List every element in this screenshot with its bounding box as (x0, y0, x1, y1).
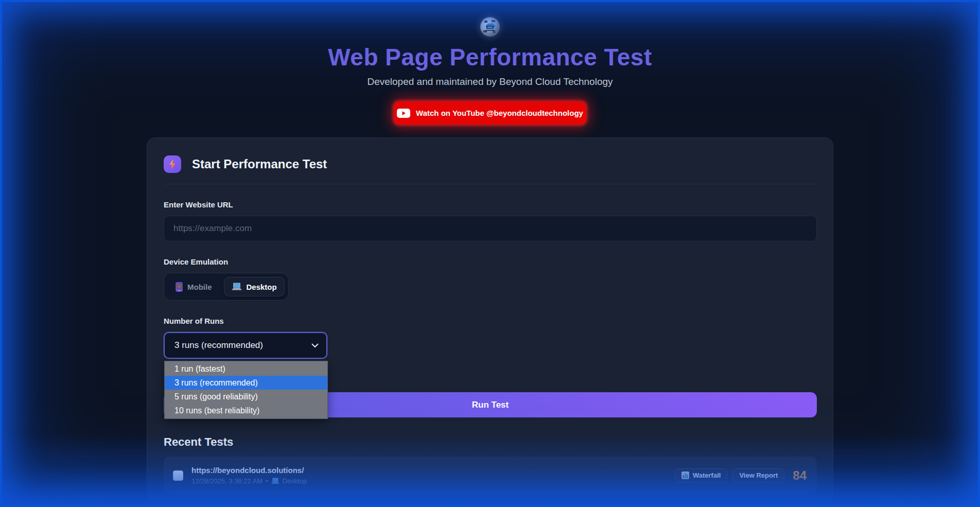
laptop-icon (232, 283, 242, 291)
performance-test-card: Start Performance Test Enter Website URL… (147, 137, 833, 501)
youtube-play-icon (397, 109, 410, 118)
view-report-button-label: View Report (739, 471, 778, 479)
runs-select-wrap: 3 runs (recommended) 1 run (fastest) 3 r… (164, 332, 327, 359)
view-report-button[interactable]: View Report (732, 468, 784, 483)
waterfall-button-label: Waterfall (693, 471, 721, 479)
runs-option-5[interactable]: 5 runs (good reliability) (165, 390, 327, 404)
runs-select-value: 3 runs (recommended) (174, 340, 263, 351)
chevron-down-icon (311, 343, 319, 348)
device-option-mobile[interactable]: Mobile (168, 277, 220, 296)
website-url-input[interactable] (164, 216, 817, 241)
globe-logo-icon (480, 17, 500, 37)
device-option-desktop[interactable]: Desktop (224, 277, 285, 296)
laptop-icon (271, 478, 279, 484)
runs-dropdown: 1 run (fastest) 3 runs (recommended) 5 r… (164, 361, 328, 419)
bar-chart-icon (681, 471, 689, 479)
card-header: Start Performance Test (164, 155, 816, 173)
mobile-phone-icon (176, 282, 183, 292)
page-subtitle: Developed and maintained by Beyond Cloud… (0, 76, 980, 88)
test-row-device: Desktop (283, 477, 307, 485)
test-row-separator: • (266, 477, 268, 485)
page: Web Page Performance Test Developed and … (0, 0, 980, 507)
test-row-timestamp: 12/28/2025, 3:38:22 AM (191, 477, 262, 485)
device-option-mobile-label: Mobile (187, 283, 212, 291)
test-row-text: https://beyondcloud.solutions/ 12/28/202… (191, 466, 670, 485)
youtube-button[interactable]: Watch on YouTube @beyondcloudtechnology (394, 101, 586, 125)
test-row-checkbox[interactable] (173, 470, 183, 481)
device-toggle-group: Mobile Desktop (164, 273, 289, 301)
number-of-runs-label: Number of Runs (164, 317, 816, 325)
device-emulation-label: Device Emulation (164, 257, 816, 266)
page-title: Web Page Performance Test (0, 43, 980, 71)
waterfall-button[interactable]: Waterfall (675, 468, 727, 483)
runs-option-10[interactable]: 10 runs (best reliability) (165, 404, 327, 417)
device-option-desktop-label: Desktop (247, 283, 277, 291)
header-divider (164, 184, 816, 184)
runs-option-3[interactable]: 3 runs (recommended) (165, 376, 327, 390)
youtube-button-label: Watch on YouTube @beyondcloudtechnology (416, 109, 583, 117)
url-label: Enter Website URL (164, 200, 816, 209)
performance-score: 84 (793, 468, 807, 483)
lightning-icon (164, 155, 181, 173)
recent-tests-heading: Recent Tests (164, 435, 816, 449)
card-heading: Start Performance Test (192, 157, 327, 171)
runs-option-1[interactable]: 1 run (fastest) (165, 362, 327, 376)
test-row-meta: 12/28/2025, 3:38:22 AM • Desktop (191, 477, 670, 485)
test-row-url: https://beyondcloud.solutions/ (191, 466, 670, 475)
recent-test-row: https://beyondcloud.solutions/ 12/28/202… (164, 457, 817, 494)
runs-select[interactable]: 3 runs (recommended) (164, 332, 327, 359)
